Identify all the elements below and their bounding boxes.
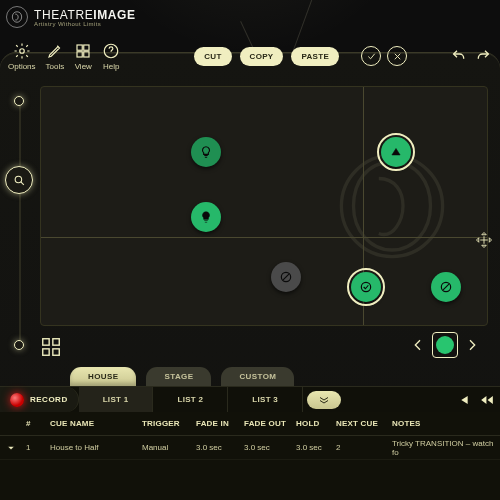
svg-point-9 <box>361 282 370 291</box>
expand-lists-button[interactable] <box>307 391 341 409</box>
svg-rect-4 <box>84 51 89 56</box>
cell-idx: 1 <box>26 443 50 452</box>
gear-icon <box>13 42 31 60</box>
help-icon <box>102 42 120 60</box>
record-led-icon <box>10 393 24 407</box>
redo-icon <box>475 48 491 64</box>
skip-back-button[interactable] <box>456 393 470 407</box>
skip-back-icon <box>456 393 470 407</box>
list-tab-2[interactable]: LIST 2 <box>153 387 228 412</box>
col-fade-out[interactable]: FADE OUT <box>244 419 296 428</box>
grid-icon <box>74 42 92 60</box>
tab-house[interactable]: HOUSE <box>70 367 136 386</box>
rewind-button[interactable] <box>480 393 494 407</box>
node-bulb-on[interactable] <box>191 202 221 232</box>
grid-small-icon <box>40 336 62 358</box>
pencil-icon <box>46 42 64 60</box>
rail-zoom-button[interactable] <box>5 166 33 194</box>
crosshair-horizontal <box>41 237 487 238</box>
redo-button[interactable] <box>474 47 492 65</box>
chevron-right-icon <box>464 337 480 353</box>
tab-stage[interactable]: STAGE <box>146 367 211 386</box>
list-bar: RECORD LIST 1 LIST 2 LIST 3 <box>0 386 500 412</box>
brand-logo-icon <box>6 6 28 28</box>
svg-rect-13 <box>43 349 49 355</box>
triangle-up-icon <box>389 145 403 159</box>
row-expand-icon[interactable] <box>6 443 16 453</box>
move-handle[interactable] <box>475 231 493 249</box>
svg-rect-12 <box>53 339 59 345</box>
col-hold[interactable]: HOLD <box>296 419 336 428</box>
rail-marker-bottom[interactable] <box>14 340 24 350</box>
cell-next-cue: 2 <box>336 443 392 452</box>
cue-table-header: # CUE NAME TRIGGER FADE IN FADE OUT HOLD… <box>0 412 500 436</box>
main-toolbar: Options Tools View Help CUT COPY PASTE <box>0 34 500 78</box>
magnify-icon <box>13 174 26 187</box>
cell-notes: Tricky TRANSITION – watch fo <box>392 439 494 457</box>
tab-custom[interactable]: CUSTOM <box>221 367 294 386</box>
undo-button[interactable] <box>450 47 468 65</box>
confirm-button[interactable] <box>361 46 381 66</box>
cell-trigger: Manual <box>142 443 196 452</box>
cell-hold: 3.0 sec <box>296 443 336 452</box>
pager-prev-button[interactable] <box>410 337 426 353</box>
bulb-icon <box>199 145 213 159</box>
x-icon <box>392 51 403 62</box>
slash-circle-icon <box>279 270 293 284</box>
brand: THEATREIMAGE Artistry Without Limits <box>6 6 136 28</box>
record-label: RECORD <box>30 395 68 404</box>
view-button[interactable]: View <box>74 42 92 71</box>
timeline-rail[interactable] <box>4 86 34 360</box>
color-swatch[interactable] <box>432 332 458 358</box>
cue-row[interactable]: 1 House to Half Manual 3.0 sec 3.0 sec 3… <box>0 436 500 460</box>
cut-button[interactable]: CUT <box>194 47 231 66</box>
node-check[interactable] <box>351 272 381 302</box>
svg-point-0 <box>20 48 25 53</box>
list-tab-1[interactable]: LIST 1 <box>79 387 154 412</box>
watermark-icon <box>337 151 447 261</box>
node-skip[interactable] <box>271 262 301 292</box>
cell-fade-out: 3.0 sec <box>244 443 296 452</box>
svg-rect-11 <box>43 339 49 345</box>
undo-icon <box>451 48 467 64</box>
svg-rect-14 <box>53 349 59 355</box>
cue-table: # CUE NAME TRIGGER FADE IN FADE OUT HOLD… <box>0 412 500 500</box>
col-num[interactable]: # <box>26 419 50 428</box>
options-button[interactable]: Options <box>8 42 36 71</box>
svg-point-6 <box>15 176 22 183</box>
node-play[interactable] <box>381 137 411 167</box>
col-next-cue[interactable]: NEXT CUE <box>336 419 392 428</box>
layout-grid-button[interactable] <box>40 336 62 358</box>
cell-fade-in: 3.0 sec <box>196 443 244 452</box>
cell-cue-name: House to Half <box>50 443 142 452</box>
col-trigger[interactable]: TRIGGER <box>142 419 196 428</box>
pager-next-button[interactable] <box>464 337 480 353</box>
double-chevron-down-icon <box>318 395 330 405</box>
chevron-down-icon <box>6 443 16 453</box>
chevron-left-icon <box>410 337 426 353</box>
rewind-icon <box>480 393 494 407</box>
check-icon <box>366 51 377 62</box>
copy-button[interactable]: COPY <box>240 47 284 66</box>
col-cue-name[interactable]: CUE NAME <box>50 419 142 428</box>
col-notes[interactable]: NOTES <box>392 419 494 428</box>
cancel-button[interactable] <box>387 46 407 66</box>
bulb-filled-icon <box>199 210 213 224</box>
tools-button[interactable]: Tools <box>46 42 65 71</box>
rail-marker-top[interactable] <box>14 96 24 106</box>
svg-rect-3 <box>77 51 82 56</box>
record-button[interactable]: RECORD <box>0 387 79 412</box>
stage-canvas[interactable] <box>40 86 488 326</box>
svg-rect-1 <box>77 45 82 50</box>
color-pager <box>410 332 480 358</box>
node-bulb-off[interactable] <box>191 137 221 167</box>
check-circle-icon <box>359 280 373 294</box>
help-button[interactable]: Help <box>102 42 120 71</box>
node-stop[interactable] <box>431 272 461 302</box>
move-icon <box>475 231 493 249</box>
col-fade-in[interactable]: FADE IN <box>196 419 244 428</box>
brand-title: THEATREIMAGE <box>34 8 136 22</box>
paste-button[interactable]: PASTE <box>291 47 339 66</box>
slash-circle-icon <box>439 280 453 294</box>
list-tab-3[interactable]: LIST 3 <box>228 387 303 412</box>
